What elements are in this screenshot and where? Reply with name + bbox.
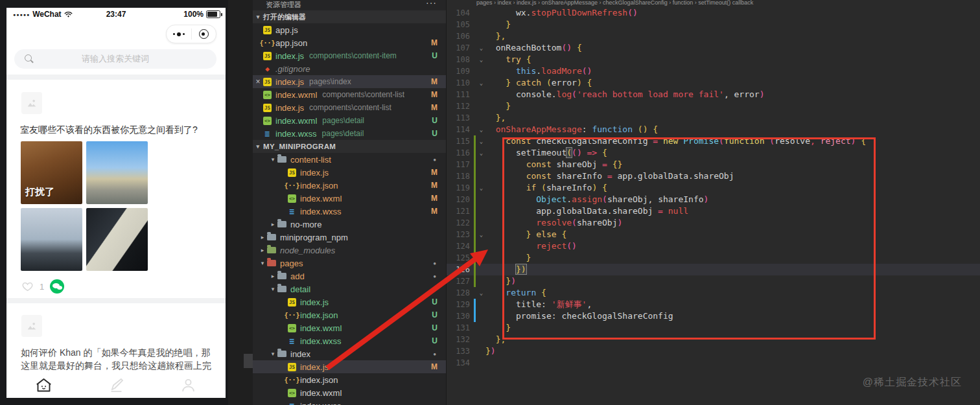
code-text: if (shareInfo) { <box>485 182 607 194</box>
home-tab-icon[interactable] <box>35 376 52 394</box>
open-editor-item-index.wxml[interactable]: <>index.wxmlpages\detailU <box>253 114 446 127</box>
fold-chevron-icon[interactable]: ⌄ <box>477 229 485 240</box>
code-line-126[interactable]: 126 }) <box>447 264 980 275</box>
tree-item-index.js[interactable]: JSindex.jsM <box>253 360 446 373</box>
close-editor-icon[interactable]: × <box>253 77 263 86</box>
code-line-122[interactable]: 122 resolve(shareObj) <box>447 217 980 229</box>
tree-item-index.wxml[interactable]: <>index.wxmlM <box>253 192 446 205</box>
gutter-change-bar <box>474 194 476 205</box>
profile-tab-icon[interactable] <box>180 376 197 394</box>
open-editor-item-app.json[interactable]: {··}app.jsonM <box>253 36 446 49</box>
code-line-133[interactable]: 133}) <box>447 345 980 357</box>
tree-item-index.js[interactable]: JSindex.jsU <box>253 295 446 308</box>
code-line-107[interactable]: 107⌄ onReachBottom() { <box>447 42 980 54</box>
capsule-menu[interactable] <box>166 25 216 43</box>
fold-chevron-icon[interactable]: ⌄ <box>477 77 485 89</box>
open-editor-item-app.js[interactable]: JSapp.js <box>253 23 446 36</box>
code-line-129[interactable]: 129 title: '新鲜事', <box>447 299 980 310</box>
code-line-131[interactable]: 131 } <box>447 322 980 334</box>
code-line-121[interactable]: 121 app.globalData.shareObj = null <box>447 205 980 217</box>
open-editor-item-index.wxml[interactable]: <>index.wxmlcomponents\content-listM <box>253 88 446 101</box>
fold-chevron-icon[interactable]: ⌄ <box>477 135 485 147</box>
close-minimize-button[interactable] <box>192 29 216 39</box>
tree-item-index.json[interactable]: {··}index.json <box>253 373 446 386</box>
tree-item-index.json[interactable]: {··}index.jsonM <box>253 179 446 192</box>
code-line-128[interactable]: 128⌄ return { <box>447 287 980 299</box>
code-line-123[interactable]: 123⌄ } else { <box>447 229 980 240</box>
git-status-badge: M <box>431 168 438 177</box>
tree-item-no-more[interactable]: ▸no-more <box>253 218 446 231</box>
open-editor-item-index.wxss[interactable]: ≡index.wxsspages\detailU <box>253 127 446 140</box>
code-line-118[interactable]: 118 const shareInfo = app.globalData.sha… <box>447 170 980 182</box>
code-line-104[interactable]: 104 wx.stopPullDownRefresh() <box>447 7 980 19</box>
post-image[interactable] <box>21 208 82 271</box>
code-line-134[interactable]: 134 <box>447 357 980 369</box>
tree-item-miniprogram_npm[interactable]: ▸miniprogram_npm <box>253 231 446 244</box>
line-number: 113 <box>447 112 474 124</box>
code-line-106[interactable]: 106 }, <box>447 30 980 42</box>
fold-spacer <box>477 299 485 310</box>
code-line-125[interactable]: 125 } <box>447 252 980 264</box>
tree-item-index.wxml[interactable]: <>index.wxmlU <box>253 321 446 334</box>
code-line-113[interactable]: 113 }, <box>447 112 980 124</box>
tree-item-content-list[interactable]: ▾content-list● <box>253 153 446 166</box>
post-image[interactable]: 打扰了 <box>21 141 82 204</box>
tree-item-index.json[interactable]: {··}index.jsonU <box>253 308 446 321</box>
code-line-124[interactable]: 124 reject() <box>447 240 980 252</box>
tree-item-add[interactable]: ▸add● <box>253 270 446 283</box>
code-line-111[interactable]: 111 console.log('reach bottom load more … <box>447 89 980 100</box>
fold-chevron-icon[interactable]: ⌄ <box>477 124 485 135</box>
open-editor-item-index.js[interactable]: ×JSindex.jspages\indexM <box>253 75 446 88</box>
code-line-116[interactable]: 116⌄ setTimeout(() => { <box>447 147 980 159</box>
fold-chevron-icon[interactable]: ⌄ <box>477 54 485 65</box>
code-line-108[interactable]: 108⌄ try { <box>447 54 980 65</box>
code-line-112[interactable]: 112 } <box>447 100 980 112</box>
wxss-file-icon: ≡ <box>288 337 296 345</box>
code-line-110[interactable]: 110⌄ } catch (error) { <box>447 77 980 89</box>
open-editors-section-header[interactable]: ▾ 打开的编辑器 <box>253 10 446 23</box>
tree-item-index.js[interactable]: JSindex.jsM <box>253 166 446 179</box>
open-editor-item-.gitignore[interactable]: ◆.gitignore <box>253 62 446 75</box>
fold-chevron-icon[interactable]: ⌄ <box>477 287 485 299</box>
search-input[interactable]: 请输入搜索关键词 <box>14 49 216 69</box>
breadcrumb[interactable]: pages › index › index.js › onShareAppMes… <box>447 0 980 7</box>
post-image[interactable] <box>86 141 148 204</box>
line-number: 106 <box>447 30 474 42</box>
tree-item-node_modules[interactable]: ▸node_modules <box>253 244 446 257</box>
explorer-more-actions-icon[interactable]: ··· <box>426 0 437 7</box>
tree-item-index.wxss[interactable]: ≡index.wxssM <box>253 205 446 218</box>
code-line-119[interactable]: 119⌄ if (shareInfo) { <box>447 182 980 194</box>
code-line-120[interactable]: 120 Object.assign(shareObj, shareInfo) <box>447 194 980 205</box>
file-name: index.json <box>300 181 338 191</box>
code-line-132[interactable]: 132 }, <box>447 334 980 345</box>
tree-item-index.wxml[interactable]: <>index.wxml <box>253 386 446 399</box>
gutter-change-bar <box>474 147 476 159</box>
open-editor-item-index.js[interactable]: JSindex.jscomponents\content-listM <box>253 101 446 114</box>
code-line-117[interactable]: 117 const shareObj = {} <box>447 159 980 170</box>
fold-chevron-icon[interactable]: ⌄ <box>477 147 485 159</box>
tree-item-index[interactable]: ▾index● <box>253 347 446 360</box>
tree-item-index.wxss[interactable]: ≡index.wxssU <box>253 334 446 347</box>
project-section-header[interactable]: ▾ MY_MINIPROGRAM <box>253 140 446 153</box>
js-file-icon: JS <box>263 78 272 86</box>
wechat-share-button[interactable] <box>50 279 64 294</box>
fold-chevron-icon[interactable]: ⌄ <box>477 42 485 54</box>
code-line-127[interactable]: 127 }) <box>447 275 980 287</box>
code-line-130[interactable]: 130 promise: checkGlogalShareConfig <box>447 310 980 322</box>
file-name: index.wxml <box>300 388 342 398</box>
compose-tab-icon[interactable] <box>108 376 125 394</box>
post-image[interactable] <box>86 208 148 271</box>
tree-item-detail[interactable]: ▾detail● <box>253 283 446 295</box>
code-line-115[interactable]: 115⌄ const checkGlogalShareConfig = new … <box>447 135 980 147</box>
code-line-109[interactable]: 109 this.loadMore() <box>447 65 980 77</box>
code-line-114[interactable]: 114⌄ onShareAppMessage: function () { <box>447 124 980 135</box>
like-heart-icon[interactable] <box>21 281 34 292</box>
fold-chevron-icon[interactable]: ⌄ <box>477 182 485 194</box>
more-menu-button[interactable] <box>167 32 191 36</box>
code-line-105[interactable]: 105 } <box>447 19 980 30</box>
post-title[interactable]: 室友哪些不该看的东西被你无意之间看到了? <box>20 124 198 136</box>
tree-item-pages[interactable]: ▾pages● <box>253 257 446 270</box>
panel-scrollbar-thumb[interactable] <box>244 354 253 368</box>
open-editor-item-index.js[interactable]: JSindex.jscomponents\content-itemU <box>253 49 446 62</box>
tree-item-index.wxss[interactable]: ≡index.wxss <box>253 399 446 405</box>
